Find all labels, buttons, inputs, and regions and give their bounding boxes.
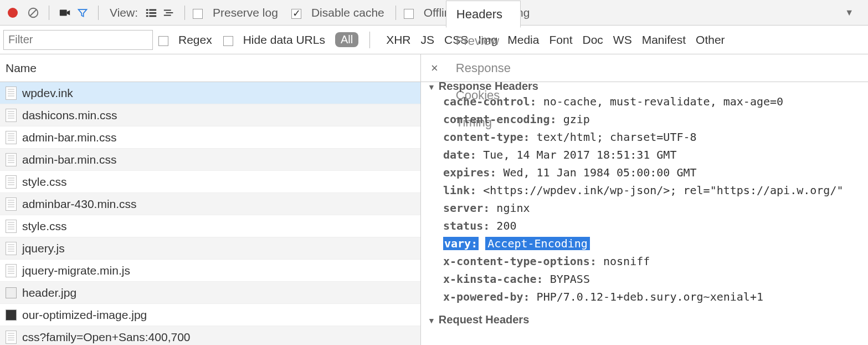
throttling-dropdown-chevron[interactable]: ▼ — [795, 8, 854, 18]
svg-line-1 — [30, 9, 37, 16]
svg-rect-5 — [146, 12, 148, 14]
request-name: header.jpg — [22, 286, 76, 300]
svg-rect-9 — [164, 9, 171, 11]
hide-data-urls-label: Hide data URLs — [243, 33, 325, 47]
response-header-row: x-content-type-options: nosniff — [428, 252, 861, 270]
filter-input[interactable] — [3, 30, 153, 50]
close-icon[interactable]: × — [423, 61, 446, 75]
document-file-icon — [6, 175, 17, 189]
filter-type-font[interactable]: Font — [549, 33, 572, 46]
main-area: Name wpdev.inkdashicons.min.cssadmin-bar… — [0, 54, 868, 345]
document-file-icon — [6, 87, 17, 100]
response-header-row: content-type: text/html; charset=UTF-8 — [428, 128, 861, 146]
filter-type-manifest[interactable]: Manifest — [642, 33, 686, 46]
request-name: admin-bar.min.css — [22, 153, 116, 166]
request-name: css?family=Open+Sans:400,700 — [22, 331, 191, 344]
request-row[interactable]: style.css — [0, 171, 420, 193]
request-headers-section[interactable]: ▼ Request Headers — [428, 313, 861, 326]
response-header-row: vary: Accept-Encoding — [428, 235, 861, 252]
header-key: vary: — [443, 237, 479, 250]
camera-icon[interactable] — [57, 5, 73, 21]
header-value: no-cache, must-revalidate, max-age=0 — [543, 95, 783, 108]
request-row[interactable]: wpdev.ink — [0, 82, 420, 104]
header-key: x-kinsta-cache: — [443, 272, 543, 286]
header-value: gzip — [563, 113, 590, 126]
request-row[interactable]: header.jpg — [0, 282, 420, 304]
clear-icon[interactable] — [25, 5, 41, 21]
filter-type-other[interactable]: Other — [696, 33, 725, 46]
request-list[interactable]: wpdev.inkdashicons.min.cssadmin-bar.min.… — [0, 82, 420, 345]
tab-preview[interactable]: Preview — [446, 27, 521, 54]
response-header-row: expires: Wed, 11 Jan 1984 05:00:00 GMT — [428, 164, 861, 181]
offline-checkbox[interactable] — [404, 9, 414, 19]
header-key: cache-control: — [443, 95, 537, 108]
record-button[interactable] — [8, 8, 18, 18]
response-header-row: status: 200 — [428, 217, 861, 235]
filter-icon[interactable] — [75, 5, 90, 21]
request-name: jquery-migrate.min.js — [22, 264, 130, 277]
tab-headers[interactable]: Headers — [446, 1, 521, 28]
svg-rect-3 — [146, 9, 148, 11]
request-name: jquery.js — [22, 242, 65, 255]
filter-type-js[interactable]: JS — [421, 33, 435, 46]
request-row[interactable]: adminbar-430.min.css — [0, 193, 420, 215]
regex-checkbox[interactable] — [158, 36, 168, 46]
request-row[interactable]: css?family=Open+Sans:400,700 — [0, 326, 420, 345]
document-file-icon — [6, 242, 17, 255]
disable-cache-checkbox[interactable] — [291, 9, 301, 19]
document-file-icon — [6, 331, 17, 344]
view-large-icon[interactable] — [143, 5, 159, 21]
request-list-panel: Name wpdev.inkdashicons.min.cssadmin-bar… — [0, 54, 421, 345]
header-key: content-encoding: — [443, 113, 557, 126]
request-name: style.css — [22, 175, 67, 189]
svg-rect-8 — [149, 15, 156, 17]
request-row[interactable]: admin-bar.min.css — [0, 149, 420, 171]
header-value: Accept-Encoding — [485, 237, 590, 250]
header-value: PHP/7.0.12-1+deb.sury.org~xenial+1 — [537, 290, 763, 303]
request-name: style.css — [22, 220, 67, 233]
header-key: link: — [443, 184, 476, 197]
request-row[interactable]: jquery.js — [0, 237, 420, 260]
response-headers-title: Response Headers — [439, 82, 538, 93]
headers-body: ▼ Response Headers cache-control: no-cac… — [421, 82, 868, 345]
name-column-header[interactable]: Name — [0, 54, 420, 82]
details-tabs: × HeadersPreviewResponseCookiesTiming — [421, 54, 868, 82]
preserve-log-label: Preserve log — [213, 6, 278, 19]
view-small-icon[interactable] — [161, 5, 177, 21]
request-name: admin-bar.min.css — [22, 131, 116, 144]
header-key: x-powered-by: — [443, 290, 530, 303]
response-header-row: server: nginx — [428, 199, 861, 217]
header-key: date: — [443, 148, 476, 161]
document-file-icon — [6, 264, 17, 277]
header-value: text/html; charset=UTF-8 — [537, 130, 697, 144]
document-file-icon — [6, 131, 17, 144]
preserve-log-checkbox[interactable] — [193, 9, 203, 19]
filter-type-ws[interactable]: WS — [613, 33, 632, 46]
response-headers-section[interactable]: ▼ Response Headers — [428, 82, 861, 93]
document-file-icon — [6, 153, 17, 166]
request-row[interactable]: our-optimized-image.jpg — [0, 304, 420, 326]
response-header-row: link: <https://wpdev.ink/wp-json/>; rel=… — [428, 181, 861, 199]
request-row[interactable]: admin-bar.min.css — [0, 126, 420, 149]
request-row[interactable]: jquery-migrate.min.js — [0, 260, 420, 282]
svg-rect-11 — [164, 14, 171, 16]
chevron-down-icon: ▼ — [428, 83, 435, 92]
svg-rect-10 — [166, 12, 173, 13]
request-row[interactable]: dashicons.min.css — [0, 104, 420, 126]
filter-type-doc[interactable]: Doc — [582, 33, 603, 46]
hide-data-urls-checkbox[interactable] — [223, 36, 233, 46]
filter-all-pill[interactable]: All — [335, 32, 358, 47]
request-name: our-optimized-image.jpg — [22, 308, 147, 322]
header-key: server: — [443, 201, 490, 215]
request-name: adminbar-430.min.css — [22, 197, 137, 211]
response-header-row: date: Tue, 14 Mar 2017 18:51:31 GMT — [428, 146, 861, 164]
image-file-icon — [6, 310, 17, 321]
response-header-row: content-encoding: gzip — [428, 110, 861, 128]
header-value: Wed, 11 Jan 1984 05:00:00 GMT — [503, 166, 696, 179]
request-headers-title: Request Headers — [439, 313, 529, 326]
request-row[interactable]: style.css — [0, 215, 420, 237]
filter-type-xhr[interactable]: XHR — [386, 33, 410, 46]
regex-label: Regex — [178, 33, 212, 47]
header-key: status: — [443, 219, 490, 232]
tab-response[interactable]: Response — [446, 54, 521, 82]
